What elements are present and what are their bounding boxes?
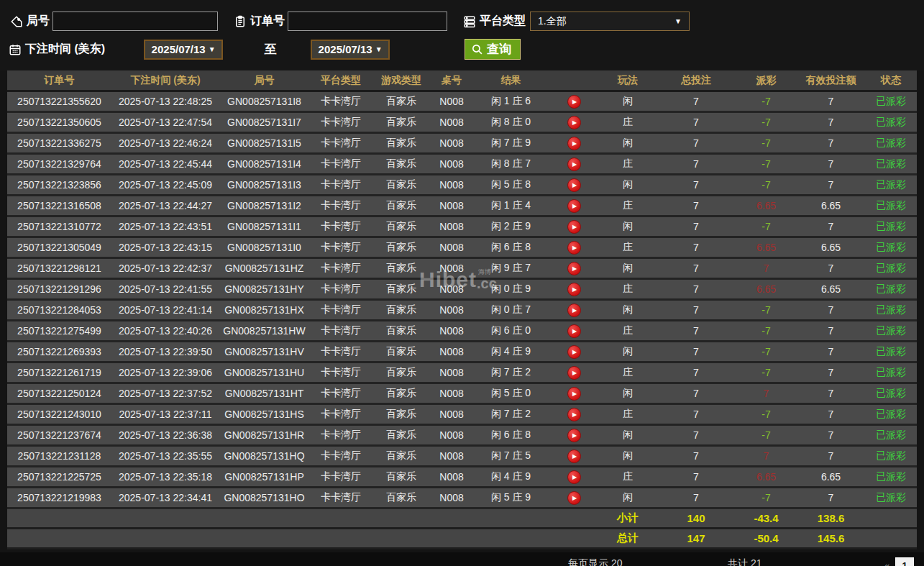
order-id-cell: 250713221243010 [7, 408, 111, 420]
valid-bet-cell: 7 [797, 346, 865, 357]
play-icon[interactable]: ▶ [567, 116, 581, 129]
status-badge: 已派彩 [865, 137, 917, 150]
play-icon[interactable]: ▶ [567, 303, 581, 317]
platform-cell: 卡卡湾厅 [309, 366, 372, 379]
total-bet-cell: 7 [657, 492, 736, 503]
platform-cell: 卡卡湾厅 [309, 220, 372, 233]
platform-cell: 卡卡湾厅 [309, 95, 372, 108]
status-badge: 已派彩 [865, 449, 917, 462]
play-icon[interactable]: ▶ [567, 449, 581, 463]
play-icon[interactable]: ▶ [567, 345, 581, 359]
order-id-cell: 250713221329764 [7, 158, 111, 170]
play-type-cell: 闲 [599, 262, 657, 275]
table-row: 2507132212199832025-07-13 22:34:41GN0082… [7, 488, 917, 509]
round-id-cell: GN008257131I2 [219, 200, 309, 211]
payout-cell: 6.65 [736, 242, 797, 253]
play-icon[interactable]: ▶ [567, 324, 581, 338]
play-icon[interactable]: ▶ [567, 137, 581, 150]
valid-bet-cell: 7 [797, 408, 865, 420]
play-icon[interactable]: ▶ [567, 262, 581, 275]
bet-time-cell: 2025-07-13 22:39:50 [111, 346, 219, 357]
prev-page-icon[interactable]: « [884, 560, 889, 566]
table-body: 2507132213556202025-07-13 22:48:25GN0082… [7, 92, 917, 509]
play-icon[interactable]: ▶ [567, 241, 581, 255]
result-cell: 闲 2 庄 9 [473, 220, 549, 233]
play-icon[interactable]: ▶ [567, 470, 581, 484]
order-id-cell: 250713221305049 [7, 242, 111, 253]
date-to-value: 2025/07/13 [319, 43, 372, 55]
result-cell: 闲 4 庄 9 [473, 470, 549, 483]
round-id-cell: GN008257131HR [219, 429, 309, 441]
bet-time-cell: 2025-07-13 22:41:14 [111, 304, 219, 316]
play-icon[interactable]: ▶ [567, 366, 581, 380]
page-number-button[interactable]: 1 [895, 557, 914, 566]
play-icon[interactable]: ▶ [567, 95, 581, 109]
play-icon[interactable]: ▶ [567, 158, 581, 171]
table-number-cell: N008 [430, 471, 473, 483]
play-icon[interactable]: ▶ [567, 178, 581, 192]
game-type-cell: 百家乐 [372, 303, 430, 316]
replay-cell: ▶ [549, 449, 599, 464]
subtotal-label: 小计 [599, 511, 657, 525]
valid-bet-cell: 6.65 [797, 283, 865, 295]
platform-cell: 卡卡湾厅 [309, 429, 372, 442]
table-row: 2507132212311282025-07-13 22:35:55GN0082… [7, 447, 917, 467]
play-icon[interactable]: ▶ [567, 429, 581, 442]
platform-type-label-group: 平台类型 [463, 14, 526, 29]
replay-cell: ▶ [549, 407, 599, 422]
round-id-cell: GN008257131HS [219, 408, 309, 420]
game-type-cell: 百家乐 [372, 178, 430, 191]
replay-cell: ▶ [549, 365, 599, 380]
table-number-cell: N008 [430, 221, 473, 232]
table-number-cell: N008 [430, 388, 473, 399]
play-type-cell: 庄 [599, 366, 657, 379]
game-type-cell: 百家乐 [372, 387, 430, 400]
order-id-cell: 250713221261719 [7, 367, 111, 378]
bet-time-cell: 2025-07-13 22:44:27 [111, 200, 219, 211]
total-bet-cell: 7 [657, 304, 736, 316]
total-bet-cell: 7 [657, 96, 736, 107]
result-cell: 闲 7 庄 2 [473, 408, 549, 421]
round-id-cell: GN008257131I1 [219, 221, 309, 232]
round-number-input[interactable] [52, 12, 218, 31]
order-id-cell: 250713221269393 [7, 346, 111, 357]
status-badge: 已派彩 [865, 178, 917, 191]
table-row: 2507132212981212025-07-13 22:42:37GN0082… [7, 259, 917, 280]
round-id-cell: GN008257131I7 [219, 117, 309, 128]
search-icon [471, 43, 483, 55]
round-id-cell: GN008257131HO [219, 492, 309, 503]
platform-type-select[interactable]: 1.全部 ▼ [530, 12, 690, 31]
calendar-icon [9, 43, 22, 56]
column-header: 桌号 [430, 74, 473, 87]
tag-icon [10, 15, 23, 28]
status-badge: 已派彩 [865, 303, 917, 316]
order-number-input[interactable] [288, 12, 447, 31]
play-icon[interactable]: ▶ [567, 387, 581, 401]
replay-cell: ▶ [549, 261, 599, 276]
total-bet-cell: 7 [657, 325, 736, 337]
chevron-down-icon: ▼ [375, 45, 383, 53]
play-icon[interactable]: ▶ [567, 491, 581, 505]
date-from-picker[interactable]: 2025/07/13 ▼ [144, 40, 223, 60]
play-icon[interactable]: ▶ [567, 220, 581, 234]
play-icon[interactable]: ▶ [567, 199, 581, 213]
status-badge: 已派彩 [865, 324, 917, 337]
date-to-picker[interactable]: 2025/07/13 ▼ [311, 40, 390, 60]
payout-cell: -7 [736, 408, 797, 420]
round-id-cell: GN008257131HV [219, 346, 309, 357]
total-label: 总计 [599, 531, 657, 545]
query-button[interactable]: 查询 [465, 39, 521, 60]
play-icon[interactable]: ▶ [567, 283, 581, 296]
play-icon[interactable]: ▶ [567, 408, 581, 421]
date-from-value: 2025/07/13 [152, 43, 206, 55]
order-id-cell: 250713221298121 [7, 263, 111, 274]
total-bet-cell: 7 [657, 242, 736, 253]
platform-cell: 卡卡湾厅 [309, 262, 372, 275]
play-type-cell: 庄 [599, 116, 657, 129]
round-id-cell: GN008257131I8 [219, 96, 309, 107]
play-type-cell: 庄 [599, 283, 657, 296]
play-type-cell: 闲 [599, 178, 657, 191]
table-number-cell: N008 [430, 346, 473, 357]
table-number-cell: N008 [430, 367, 473, 378]
valid-bet-cell: 7 [797, 429, 865, 441]
